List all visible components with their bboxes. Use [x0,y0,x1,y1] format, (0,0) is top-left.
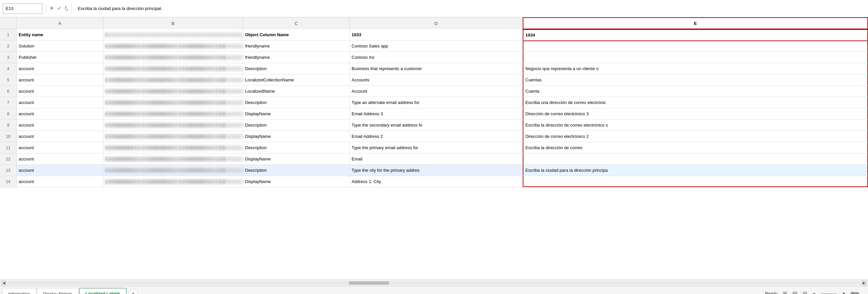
cell-e7[interactable]: Escriba una dirección de correo electrón… [523,97,868,108]
view-pagebreak-icon[interactable]: ⊟ [803,290,807,294]
cell-e4[interactable]: Negocio que representa a un cliente o [523,63,868,74]
cell-c2[interactable]: friendlyname [243,40,350,51]
cell-c3[interactable]: friendlyname [243,52,350,63]
tab-information[interactable]: Information [2,288,36,294]
cell-c13[interactable]: Description [243,165,350,176]
cell-e11[interactable]: Escriba la dirección de correo [523,142,868,153]
cell-b9[interactable] [103,120,243,131]
cell-a9[interactable]: account [17,120,103,131]
cell-b14[interactable] [103,176,243,187]
scroll-thumb[interactable] [349,281,389,285]
col-header-e[interactable]: E [523,17,868,29]
cell-d14[interactable]: Address 1: City [350,176,523,187]
cell-d9[interactable]: Type the secondary email address fo [350,120,523,131]
cell-d13[interactable]: Type the city for the primary addres [350,165,523,176]
cell-d7[interactable]: Type an alternate email address for [350,97,523,108]
cell-b4[interactable] [103,63,243,74]
cell-d11[interactable]: Type the primary email address for [350,142,523,153]
add-sheet-button[interactable]: + [128,289,138,294]
cell-b1[interactable] [103,29,243,40]
cell-c10[interactable]: DisplayName [243,131,350,142]
zoom-plus-icon[interactable]: + [842,291,845,294]
cell-d8[interactable]: Email Address 3 [350,108,523,119]
cell-a12[interactable]: account [17,153,103,164]
cell-a14[interactable]: account [17,176,103,187]
cell-e13[interactable]: Escriba la ciudad para la dirección prin… [523,165,868,176]
cell-a1[interactable]: Entity name [17,29,103,40]
cell-d12[interactable]: Email [350,153,523,164]
tab-localized-labels[interactable]: Localized Labels [79,288,126,294]
cell-c8[interactable]: DisplayName [243,108,350,119]
cell-d10[interactable]: Email Address 2 [350,131,523,142]
col-header-d[interactable]: D [350,17,523,29]
cell-b5[interactable] [103,74,243,85]
col-header-a[interactable]: A [17,17,103,29]
tab-display-strings[interactable]: Display Strings [37,288,79,294]
cell-e9[interactable]: Escriba la dirección de correo electróni… [523,120,868,131]
cell-c14[interactable]: DisplayName [243,176,350,187]
cell-c5[interactable]: LocalizedCollectionName [243,74,350,85]
cell-a4[interactable]: account [17,63,103,74]
cell-c9[interactable]: Description [243,120,350,131]
cell-d1[interactable]: 1033 [350,29,523,40]
cell-b3[interactable] [103,52,243,63]
scroll-left-arrow[interactable]: ◀ [1,281,7,286]
cell-b7[interactable] [103,97,243,108]
cell-b13[interactable] [103,165,243,176]
cell-d6[interactable]: Account [350,86,523,97]
col-header-c[interactable]: C [243,17,350,29]
cell-a3[interactable]: Publisher [17,52,103,63]
cell-d4[interactable]: Business that represents a customer [350,63,523,74]
cell-e12[interactable] [523,153,868,164]
cell-a6[interactable]: account [17,86,103,97]
zoom-minus-icon[interactable]: − [812,291,815,294]
cell-e5[interactable]: Cuentas [523,74,868,85]
horizontal-scrollbar[interactable]: ◀ ▶ [0,280,868,286]
cell-a5[interactable]: account [17,74,103,85]
cell-c7[interactable]: Description [243,97,350,108]
cancel-formula-icon[interactable]: ✕ [50,5,54,11]
cell-a10[interactable]: account [17,131,103,142]
col-header-b[interactable]: B [103,17,243,29]
cell-b6[interactable] [103,86,243,97]
cell-d3[interactable]: Contoso Inc [350,52,523,63]
cell-c4[interactable]: Description [243,63,350,74]
cell-b11[interactable] [103,142,243,153]
cell-c1[interactable]: Object Column Name [243,29,350,40]
cell-e14[interactable] [523,176,868,187]
table-row: 9 account Description Type the secondary… [0,120,868,131]
cell-c6[interactable]: LocalizedName [243,86,350,97]
cell-e2[interactable] [523,40,868,51]
table-row: 2 Solution friendlyname Contoso Sales ap… [0,40,868,52]
view-layout-icon[interactable]: ▤ [793,290,798,294]
cell-a8[interactable]: account [17,108,103,119]
cell-d5[interactable]: Accounts [350,74,523,85]
cell-b12[interactable] [103,153,243,164]
scroll-right-arrow[interactable]: ▶ [861,281,867,286]
cell-e1[interactable]: 1034 [523,29,868,40]
view-normal-icon[interactable]: ⊞ [783,290,787,294]
cell-d2[interactable]: Contoso Sales app [350,40,523,51]
cell-b10[interactable] [103,131,243,142]
cell-a11[interactable]: account [17,142,103,153]
cell-e3[interactable] [523,52,868,63]
scroll-track[interactable] [8,281,860,285]
cell-c11[interactable]: Description [243,142,350,153]
table-row: 13 account Description Type the city for… [0,165,868,176]
cell-b8[interactable] [103,108,243,119]
cell-e6[interactable]: Cuenta [523,86,868,97]
table-row: 14 account DisplayName Address 1: City [0,176,868,187]
cell-c12[interactable]: DisplayName [243,153,350,164]
cell-reference-box[interactable]: E13 [3,3,42,14]
cell-b2[interactable] [103,40,243,51]
confirm-formula-icon[interactable]: ✓ [57,5,62,11]
cell-e8[interactable]: Dirección de correo electrónico 3 [523,108,868,119]
cell-a2[interactable]: Solution [17,40,103,51]
zoom-slider[interactable]: ———— [821,291,837,294]
table-row: 11 account Description Type the primary … [0,142,868,153]
cell-a7[interactable]: account [17,97,103,108]
insert-function-icon[interactable]: fx [65,5,68,12]
cell-e10[interactable]: Dirección de correo electrónico 2 [523,131,868,142]
formula-input[interactable] [75,3,865,14]
cell-a13[interactable]: account [17,165,103,176]
